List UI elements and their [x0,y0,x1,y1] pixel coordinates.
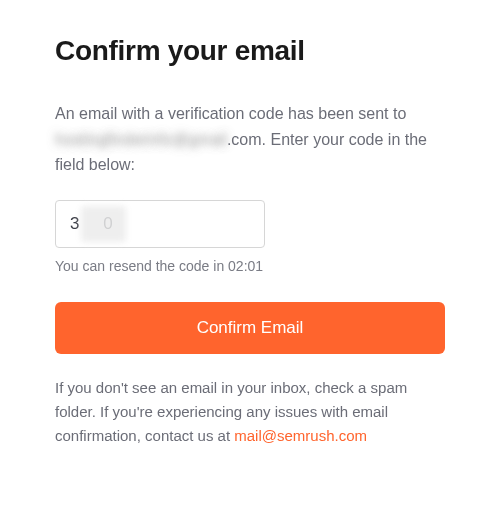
email-suffix: .com [227,131,262,148]
page-title: Confirm your email [55,35,445,67]
resend-text: You can resend the code in 02:01 [55,258,445,274]
instruction-text: An email with a verification code has be… [55,101,445,178]
code-input-wrapper [55,200,265,248]
help-text: If you don't see an email in your inbox,… [55,376,445,448]
resend-prefix: You can resend the code in [55,258,228,274]
instruction-prefix: An email with a verification code has be… [55,105,406,122]
resend-timer: 02:01 [228,258,263,274]
contact-email-link[interactable]: mail@semrush.com [234,427,367,444]
redacted-email: hostingfinderinfo@gmail [55,131,227,148]
confirm-email-button[interactable]: Confirm Email [55,302,445,354]
verification-code-input[interactable] [55,200,265,248]
